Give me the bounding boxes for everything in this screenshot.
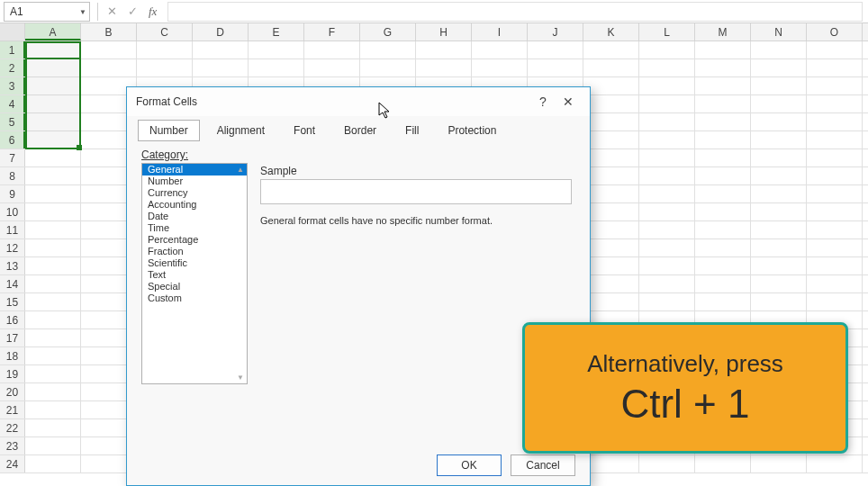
scroll-down-icon[interactable]: ▼: [237, 374, 244, 382]
cell[interactable]: [751, 113, 807, 130]
list-item[interactable]: Text: [142, 269, 247, 281]
cell[interactable]: [639, 167, 695, 184]
column-header[interactable]: E: [249, 23, 304, 40]
cell[interactable]: [695, 185, 751, 202]
cell[interactable]: [25, 437, 81, 454]
row-header[interactable]: 8: [0, 167, 25, 184]
cell[interactable]: [25, 167, 81, 184]
cell[interactable]: [583, 59, 639, 76]
dialog-titlebar[interactable]: Format Cells ? ✕: [127, 87, 590, 116]
cell[interactable]: [25, 401, 81, 418]
cell[interactable]: [25, 383, 81, 400]
cell[interactable]: [25, 311, 81, 328]
row-header[interactable]: 9: [0, 185, 25, 202]
cell[interactable]: [751, 257, 807, 274]
cell[interactable]: [639, 221, 695, 238]
cell[interactable]: [25, 419, 81, 436]
enter-icon[interactable]: ✓: [128, 4, 138, 18]
cell[interactable]: [639, 77, 695, 94]
cell[interactable]: [25, 131, 81, 148]
cell[interactable]: [695, 167, 751, 184]
cell[interactable]: [25, 293, 81, 310]
cell[interactable]: [583, 77, 639, 94]
cell[interactable]: [751, 149, 807, 166]
row-header[interactable]: 18: [0, 347, 25, 364]
row-header[interactable]: 3: [0, 77, 25, 94]
cell[interactable]: [583, 113, 639, 130]
row-header[interactable]: 14: [0, 275, 25, 292]
cell[interactable]: [25, 41, 81, 58]
cell[interactable]: [807, 77, 863, 94]
dropdown-icon[interactable]: ▼: [79, 7, 86, 15]
cell[interactable]: [472, 59, 528, 76]
list-item[interactable]: Fraction: [142, 246, 247, 257]
row-header[interactable]: 20: [0, 383, 25, 400]
cell[interactable]: [807, 41, 863, 58]
cell[interactable]: [751, 41, 807, 58]
list-item[interactable]: Time: [142, 222, 247, 234]
cell[interactable]: [751, 203, 807, 220]
cell[interactable]: [751, 167, 807, 184]
cell[interactable]: [81, 41, 137, 58]
row-header[interactable]: 19: [0, 365, 25, 382]
cell[interactable]: [695, 95, 751, 112]
cell[interactable]: [639, 59, 695, 76]
row-header[interactable]: 11: [0, 221, 25, 238]
column-header[interactable]: H: [416, 23, 472, 40]
cell[interactable]: [695, 113, 751, 130]
help-button[interactable]: ?: [530, 94, 556, 109]
cell[interactable]: [583, 203, 639, 220]
cell[interactable]: [695, 455, 751, 472]
cancel-button[interactable]: Cancel: [511, 454, 575, 476]
row-header[interactable]: 23: [0, 437, 25, 454]
cell[interactable]: [639, 41, 695, 58]
cell[interactable]: [807, 455, 863, 472]
cell[interactable]: [639, 185, 695, 202]
cell[interactable]: [25, 455, 81, 472]
cell[interactable]: [695, 41, 751, 58]
cell[interactable]: [304, 59, 360, 76]
cell[interactable]: [583, 257, 639, 274]
cell[interactable]: [137, 59, 193, 76]
cell[interactable]: [25, 347, 81, 364]
column-header[interactable]: I: [472, 23, 528, 40]
select-all-corner[interactable]: [0, 23, 25, 40]
list-item[interactable]: General: [142, 164, 247, 176]
cell[interactable]: [528, 59, 583, 76]
cell[interactable]: [583, 293, 639, 310]
row-header[interactable]: 17: [0, 329, 25, 346]
cell[interactable]: [807, 257, 863, 274]
column-header[interactable]: C: [137, 23, 193, 40]
column-header[interactable]: G: [360, 23, 416, 40]
row-header[interactable]: 7: [0, 149, 25, 166]
list-item[interactable]: Currency: [142, 187, 247, 199]
row-header[interactable]: 15: [0, 293, 25, 310]
cell[interactable]: [695, 239, 751, 256]
formula-input[interactable]: [167, 2, 863, 22]
tab-protection[interactable]: Protection: [436, 120, 508, 141]
cell[interactable]: [807, 239, 863, 256]
list-item[interactable]: Scientific: [142, 257, 247, 269]
cell[interactable]: [360, 41, 416, 58]
column-header[interactable]: D: [193, 23, 249, 40]
cell[interactable]: [25, 59, 81, 76]
cell[interactable]: [25, 221, 81, 238]
row-header[interactable]: 1: [0, 41, 25, 58]
cell[interactable]: [416, 41, 472, 58]
column-header[interactable]: O: [807, 23, 863, 40]
cell[interactable]: [751, 455, 807, 472]
cell[interactable]: [639, 149, 695, 166]
cell[interactable]: [25, 203, 81, 220]
cell[interactable]: [695, 203, 751, 220]
cell[interactable]: [583, 185, 639, 202]
column-header[interactable]: N: [751, 23, 807, 40]
cell[interactable]: [25, 257, 81, 274]
column-header[interactable]: A: [25, 23, 81, 40]
cell[interactable]: [583, 41, 639, 58]
cell[interactable]: [583, 239, 639, 256]
cell[interactable]: [583, 455, 639, 472]
cell[interactable]: [695, 77, 751, 94]
cell[interactable]: [695, 293, 751, 310]
list-item[interactable]: Date: [142, 211, 247, 222]
list-item[interactable]: Accounting: [142, 199, 247, 211]
